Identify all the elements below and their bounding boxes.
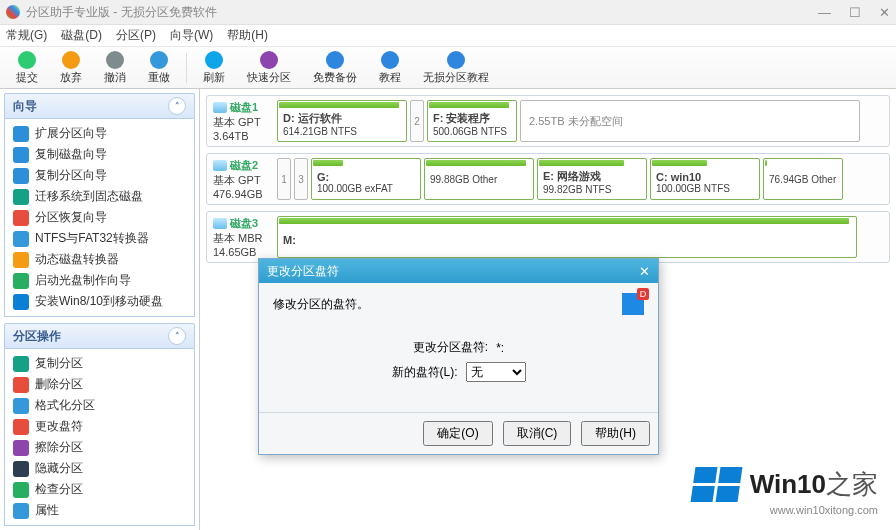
sidebar-item[interactable]: 属性 [5, 500, 194, 521]
ops-list: 复制分区删除分区格式化分区更改盘符擦除分区隐藏分区检查分区属性 [4, 349, 195, 526]
item-label: 隐藏分区 [35, 460, 83, 477]
item-icon [13, 503, 29, 519]
disk-header[interactable]: 磁盘2基本 GPT476.94GB [213, 158, 271, 200]
sidebar-item[interactable]: 安装Win8/10到移动硬盘 [5, 291, 194, 312]
toolbar-提交[interactable]: 提交 [6, 49, 48, 87]
minimize-button[interactable]: — [818, 5, 831, 20]
cancel-button[interactable]: 取消(C) [503, 421, 572, 446]
partition[interactable]: E: 网络游戏99.82GB NTFS [537, 158, 647, 200]
item-label: NTFS与FAT32转换器 [35, 230, 149, 247]
item-label: 复制磁盘向导 [35, 146, 107, 163]
menu-item[interactable]: 帮助(H) [227, 27, 268, 44]
toolbar-快速分区[interactable]: 快速分区 [237, 49, 301, 87]
new-letter-select[interactable]: 无 [466, 362, 526, 382]
sidebar-item[interactable]: 分区恢复向导 [5, 207, 194, 228]
sidebar-item[interactable]: 更改盘符 [5, 416, 194, 437]
toolbar-刷新[interactable]: 刷新 [193, 49, 235, 87]
disk-header[interactable]: 磁盘3基本 MBR14.65GB [213, 216, 271, 258]
partition[interactable]: G:100.00GB exFAT [311, 158, 421, 200]
partition[interactable]: D: 运行软件614.21GB NTFS [277, 100, 407, 142]
ok-button[interactable]: 确定(O) [423, 421, 492, 446]
collapse-icon[interactable]: ˄ [168, 327, 186, 345]
partition[interactable]: C: win10100.00GB NTFS [650, 158, 760, 200]
unallocated-space[interactable]: 2.55TB 未分配空间 [520, 100, 860, 142]
dialog-message: 修改分区的盘符。 [273, 296, 369, 313]
partition[interactable]: 99.88GB Other [424, 158, 534, 200]
disk-block: 磁盘2基本 GPT476.94GB13G:100.00GB exFAT99.88… [206, 153, 890, 205]
sidebar-item[interactable]: 检查分区 [5, 479, 194, 500]
sidebar-item[interactable]: 启动光盘制作向导 [5, 270, 194, 291]
menu-item[interactable]: 向导(W) [170, 27, 213, 44]
toolbar-icon [106, 51, 124, 69]
disk-icon [213, 160, 227, 171]
change-drive-letter-dialog: 更改分区盘符 ✕ 修改分区的盘符。 更改分区盘符: *: 新的盘符(L): 无 … [258, 258, 659, 455]
item-label: 启动光盘制作向导 [35, 272, 131, 289]
sidebar: 向导 ˄ 扩展分区向导复制磁盘向导复制分区向导迁移系统到固态磁盘分区恢复向导NT… [0, 89, 200, 530]
sidebar-item[interactable]: 格式化分区 [5, 395, 194, 416]
sidebar-item[interactable]: 擦除分区 [5, 437, 194, 458]
disk-header[interactable]: 磁盘1基本 GPT3.64TB [213, 100, 271, 142]
sidebar-item[interactable]: 复制分区 [5, 353, 194, 374]
collapse-icon[interactable]: ˄ [168, 97, 186, 115]
partition[interactable]: 76.94GB Other [763, 158, 843, 200]
sidebar-item[interactable]: 隐藏分区 [5, 458, 194, 479]
windows-logo-icon [691, 467, 743, 502]
close-button[interactable]: ✕ [879, 5, 890, 20]
sidebar-item[interactable]: 复制分区向导 [5, 165, 194, 186]
item-icon [13, 356, 29, 372]
menu-item[interactable]: 磁盘(D) [61, 27, 102, 44]
wizard-list: 扩展分区向导复制磁盘向导复制分区向导迁移系统到固态磁盘分区恢复向导NTFS与FA… [4, 119, 195, 317]
item-icon [13, 147, 29, 163]
item-label: 安装Win8/10到移动硬盘 [35, 293, 163, 310]
help-button[interactable]: 帮助(H) [581, 421, 650, 446]
partition-slot[interactable]: 2 [410, 100, 424, 142]
window-title: 分区助手专业版 - 无损分区免费软件 [26, 4, 217, 21]
watermark: Win10之家 www.win10xitong.com [693, 467, 878, 516]
toolbar-放弃[interactable]: 放弃 [50, 49, 92, 87]
item-icon [13, 482, 29, 498]
sidebar-item[interactable]: 复制磁盘向导 [5, 144, 194, 165]
watermark-url: www.win10xitong.com [693, 504, 878, 516]
toolbar-重做[interactable]: 重做 [138, 49, 180, 87]
disk-block: 磁盘3基本 MBR14.65GBM: [206, 211, 890, 263]
sidebar-item[interactable]: NTFS与FAT32转换器 [5, 228, 194, 249]
toolbar-icon [260, 51, 278, 69]
item-label: 更改盘符 [35, 418, 83, 435]
item-icon [13, 294, 29, 310]
item-label: 复制分区 [35, 355, 83, 372]
toolbar-icon [62, 51, 80, 69]
toolbar: 提交放弃撤消重做刷新快速分区免费备份教程无损分区教程 [0, 47, 896, 89]
item-label: 动态磁盘转换器 [35, 251, 119, 268]
sidebar-item[interactable]: 迁移系统到固态磁盘 [5, 186, 194, 207]
dialog-close-icon[interactable]: ✕ [639, 264, 650, 279]
partition-slot[interactable]: 3 [294, 158, 308, 200]
item-icon [13, 377, 29, 393]
wizard-panel-header[interactable]: 向导 ˄ [4, 93, 195, 119]
item-icon [13, 126, 29, 142]
toolbar-icon [18, 51, 36, 69]
partition[interactable]: M: [277, 216, 857, 258]
toolbar-icon [150, 51, 168, 69]
menu-item[interactable]: 分区(P) [116, 27, 156, 44]
partition-slot[interactable]: 1 [277, 158, 291, 200]
toolbar-撤消[interactable]: 撤消 [94, 49, 136, 87]
maximize-button[interactable]: ☐ [849, 5, 861, 20]
sidebar-item[interactable]: 动态磁盘转换器 [5, 249, 194, 270]
item-label: 迁移系统到固态磁盘 [35, 188, 143, 205]
item-icon [13, 273, 29, 289]
sidebar-item[interactable]: 扩展分区向导 [5, 123, 194, 144]
partition[interactable]: F: 安装程序500.06GB NTFS [427, 100, 517, 142]
item-label: 属性 [35, 502, 59, 519]
disk-icon [213, 218, 227, 229]
menu-item[interactable]: 常规(G) [6, 27, 47, 44]
dialog-logo-icon [622, 293, 644, 315]
app-icon [6, 5, 20, 19]
toolbar-无损分区教程[interactable]: 无损分区教程 [413, 49, 499, 87]
item-label: 擦除分区 [35, 439, 83, 456]
toolbar-免费备份[interactable]: 免费备份 [303, 49, 367, 87]
toolbar-教程[interactable]: 教程 [369, 49, 411, 87]
ops-panel-header[interactable]: 分区操作 ˄ [4, 323, 195, 349]
item-icon [13, 419, 29, 435]
toolbar-icon [326, 51, 344, 69]
sidebar-item[interactable]: 删除分区 [5, 374, 194, 395]
